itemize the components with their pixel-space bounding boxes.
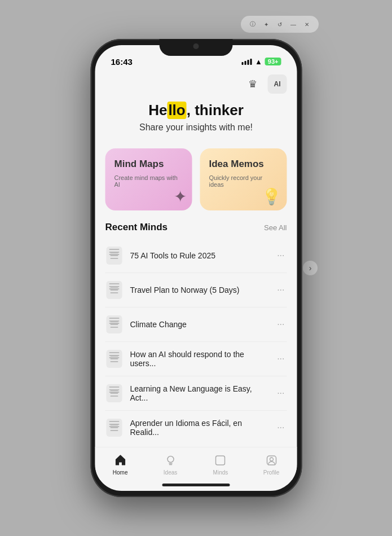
item-text-0: 75 AI Tools to Rule 2025 — [130, 251, 268, 260]
item-text-5: Aprender un Idioma es Fácil, en Realid..… — [130, 419, 268, 437]
item-more-5[interactable]: ··· — [275, 423, 287, 433]
mind-maps-subtitle: Create mind maps with AI — [114, 174, 183, 188]
idea-memos-card[interactable]: Idea Memos Quickly record your ideas 💡 — [200, 148, 287, 210]
close-icon[interactable]: ✕ — [302, 19, 312, 29]
ai-icon[interactable]: AI — [268, 74, 287, 94]
cards-row: Mind Maps Create mind maps with AI ✦ Ide… — [105, 148, 287, 210]
wifi-icon: ▲ — [255, 58, 262, 66]
nav-item-home[interactable]: Home — [113, 453, 128, 476]
item-more-1[interactable]: ··· — [275, 285, 287, 295]
signal-bar-1 — [242, 62, 244, 65]
list-item[interactable]: How an AI should respond to the users...… — [105, 342, 287, 376]
top-actions: ♛ AI — [105, 70, 287, 96]
item-text-2: Climate Change — [130, 320, 268, 329]
doc-icon-1 — [105, 281, 124, 299]
mind-maps-card[interactable]: Mind Maps Create mind maps with AI ✦ — [105, 148, 192, 210]
arrow-right-button[interactable]: › — [303, 261, 318, 275]
desktop-background: ⓘ ✦ ↺ — ✕ › 16:43 ▲ — [0, 0, 392, 536]
recent-section-title: Recent Minds — [105, 222, 168, 233]
nav-label-home: Home — [113, 469, 128, 476]
camera — [193, 43, 199, 49]
bottom-nav: Home Ideas — [95, 447, 297, 480]
notch — [160, 39, 233, 56]
doc-icon-3 — [105, 350, 124, 368]
battery-badge: 93+ — [265, 58, 281, 65]
svg-point-0 — [168, 456, 174, 463]
signal-bar-3 — [248, 60, 249, 65]
item-text-3: How an AI should respond to the users... — [130, 350, 268, 368]
item-text-1: Travel Plan to Norway (5 Days) — [130, 285, 268, 295]
list-item[interactable]: Travel Plan to Norway (5 Days) ··· — [105, 273, 287, 307]
nav-label-ideas: Ideas — [164, 469, 177, 476]
recent-section-header: Recent Minds See All — [105, 222, 287, 233]
greeting-text: Hello, thinker — [105, 102, 287, 119]
svg-rect-1 — [216, 456, 225, 465]
status-time: 16:43 — [111, 57, 133, 67]
doc-icon-5 — [105, 419, 124, 437]
item-more-4[interactable]: ··· — [275, 388, 287, 398]
mind-maps-icon: ✦ — [174, 187, 187, 206]
greeting-hello-plain: He — [148, 102, 167, 119]
refresh-icon[interactable]: ↺ — [275, 19, 285, 29]
nav-item-profile[interactable]: Profile — [263, 453, 279, 476]
content-area[interactable]: ♛ AI Hello, thinker Share your insights … — [95, 70, 297, 447]
nav-item-ideas[interactable]: Ideas — [163, 453, 178, 476]
list-item[interactable]: Climate Change ··· — [105, 307, 287, 342]
minimize-icon[interactable]: — — [288, 19, 298, 29]
signal-bar-4 — [250, 59, 252, 65]
profile-icon — [264, 453, 279, 468]
ideas-icon — [163, 453, 178, 468]
nav-label-minds: Minds — [213, 469, 228, 476]
idea-memos-title: Idea Memos — [209, 159, 278, 170]
signal-bar-2 — [245, 61, 246, 65]
doc-icon-4 — [105, 384, 124, 402]
mind-maps-title: Mind Maps — [114, 159, 183, 170]
item-more-2[interactable]: ··· — [275, 319, 287, 329]
idea-memos-subtitle: Quickly record your ideas — [209, 174, 278, 188]
item-more-0[interactable]: ··· — [275, 251, 287, 261]
nav-item-minds[interactable]: Minds — [213, 453, 228, 476]
item-more-3[interactable]: ··· — [275, 354, 287, 364]
star-icon[interactable]: ✦ — [261, 19, 271, 29]
list-item[interactable]: 75 AI Tools to Rule 2025 ··· — [105, 239, 287, 273]
greeting-section: Hello, thinker Share your insights with … — [105, 96, 287, 144]
minds-icon — [213, 453, 228, 468]
info-icon[interactable]: ⓘ — [248, 19, 258, 29]
window-controls: ⓘ ✦ ↺ — ✕ — [241, 16, 319, 33]
greeting-hello-highlighted: llo — [167, 102, 186, 119]
home-icon — [113, 453, 127, 468]
nav-label-profile: Profile — [263, 469, 279, 476]
doc-icon-2 — [105, 315, 124, 333]
list-item[interactable]: Learning a New Language is Easy, Act... … — [105, 376, 287, 411]
crown-icon[interactable]: ♛ — [243, 74, 262, 94]
see-all-button[interactable]: See All — [264, 223, 287, 232]
item-text-4: Learning a New Language is Easy, Act... — [130, 384, 268, 402]
idea-memos-icon: 💡 — [262, 187, 281, 206]
phone-screen: 16:43 ▲ 93+ ♛ AI — [95, 45, 297, 491]
greeting-rest: , thinker — [187, 102, 244, 119]
status-icons: ▲ 93+ — [242, 58, 281, 66]
phone-device: 16:43 ▲ 93+ ♛ AI — [90, 39, 302, 497]
svg-point-3 — [270, 458, 273, 461]
list-item[interactable]: Aprender un Idioma es Fácil, en Realid..… — [105, 411, 287, 445]
signal-bars — [242, 59, 252, 65]
recent-list: 75 AI Tools to Rule 2025 ··· Travel Plan… — [105, 239, 287, 445]
home-indicator — [162, 484, 230, 486]
greeting-subtitle: Share your insights with me! — [105, 122, 287, 133]
doc-icon-0 — [105, 247, 124, 265]
